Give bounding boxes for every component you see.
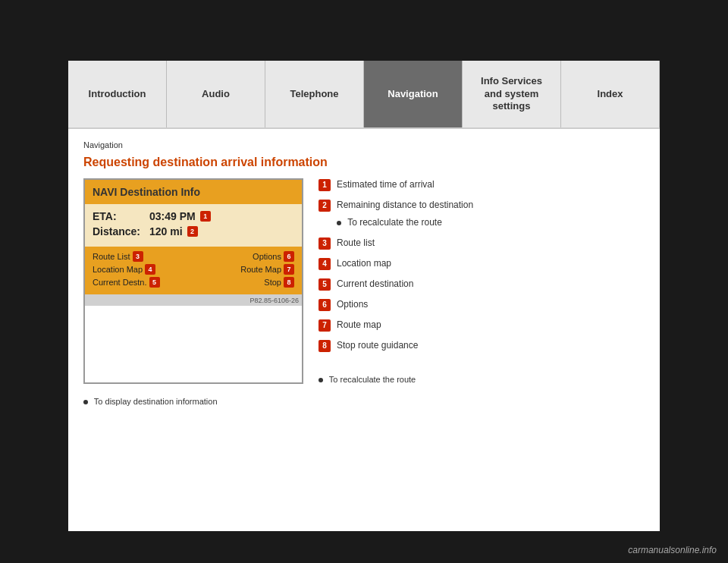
list-item: 6 Options [318, 298, 645, 311]
tab-info-services[interactable]: Info Services and system settings [463, 61, 561, 127]
stop-btn[interactable]: Stop 8 [264, 277, 294, 288]
location-map-btn[interactable]: Location Map 4 [93, 264, 155, 275]
route-map-badge: 7 [284, 264, 294, 275]
stop-label: Stop [264, 278, 281, 287]
location-map-label: Location Map [93, 265, 143, 274]
bullet-icon [337, 221, 341, 225]
tab-index[interactable]: Index [561, 61, 660, 127]
navi-btn-row-3: Current Destn. 5 Stop 8 [93, 277, 294, 288]
options-badge: 6 [284, 251, 294, 262]
route-list-label: Route List [93, 252, 130, 261]
distance-value: 120 mi [149, 225, 183, 237]
route-list-badge: 3 [133, 251, 143, 262]
content-columns: NAVI Destination Info ETA: 03:49 PM 1 Di… [83, 178, 645, 384]
route-list-btn[interactable]: Route List 3 [93, 251, 143, 262]
location-map-badge: 4 [145, 264, 155, 275]
list-item: 2 Remaining distance to destination To r… [318, 199, 645, 229]
distance-badge: 2 [187, 226, 198, 237]
watermark: carmanualsonline.info [628, 545, 717, 555]
main-content: Navigation Requesting destination arriva… [68, 129, 660, 419]
eta-label: ETA: [93, 210, 149, 222]
list-item: 7 Route map [318, 319, 645, 332]
list-item: 8 Stop route guidance [318, 339, 645, 352]
numbered-list: 1 Estimated time of arrival 2 Remaining … [318, 178, 645, 384]
list-item: 4 Location map [318, 257, 645, 270]
navi-btn-row-2: Location Map 4 Route Map 7 [93, 264, 294, 275]
navi-info: ETA: 03:49 PM 1 Distance: 120 mi 2 [85, 204, 302, 247]
current-destn-label: Current Destn. [93, 278, 147, 287]
list-item: 1 Estimated time of arrival [318, 178, 645, 191]
right-note: To recalculate the route [318, 375, 645, 384]
bottom-note: To display destination information [83, 395, 645, 408]
eta-value: 03:49 PM [149, 210, 196, 222]
list-item: 3 Route list [318, 237, 645, 250]
item2-note: To recalculate the route [347, 217, 442, 228]
breadcrumb: Navigation [83, 140, 645, 149]
section-title: Requesting destination arrival informati… [83, 156, 645, 169]
route-map-btn[interactable]: Route Map 7 [240, 264, 294, 275]
navi-btn-row-1: Route List 3 Options 6 [93, 251, 294, 262]
content-area: Introduction Audio Telephone Navigation … [68, 61, 660, 531]
eta-badge: 1 [200, 211, 211, 222]
navi-buttons: Route List 3 Options 6 Location Map 4 [85, 247, 302, 294]
options-btn[interactable]: Options 6 [253, 251, 294, 262]
navi-header: NAVI Destination Info [85, 180, 302, 204]
distance-row: Distance: 120 mi 2 [93, 225, 294, 237]
tab-audio[interactable]: Audio [167, 61, 265, 127]
current-destn-btn[interactable]: Current Destn. 5 [93, 277, 160, 288]
current-destn-badge: 5 [149, 277, 160, 288]
tab-telephone[interactable]: Telephone [265, 61, 364, 127]
bullet-icon-3 [83, 400, 88, 404]
bullet-icon-2 [318, 378, 323, 382]
image-ref: P82.85-6106-26 [85, 294, 302, 306]
list-item: 5 Current destination [318, 278, 645, 291]
options-label: Options [253, 252, 281, 261]
tab-bar: Introduction Audio Telephone Navigation … [68, 61, 660, 129]
stop-badge: 8 [284, 277, 294, 288]
tab-introduction[interactable]: Introduction [68, 61, 167, 127]
distance-label: Distance: [93, 225, 149, 237]
tab-navigation[interactable]: Navigation [364, 61, 463, 127]
navi-screen: NAVI Destination Info ETA: 03:49 PM 1 Di… [83, 178, 303, 384]
eta-row: ETA: 03:49 PM 1 [93, 210, 294, 222]
route-map-label: Route Map [240, 265, 281, 274]
